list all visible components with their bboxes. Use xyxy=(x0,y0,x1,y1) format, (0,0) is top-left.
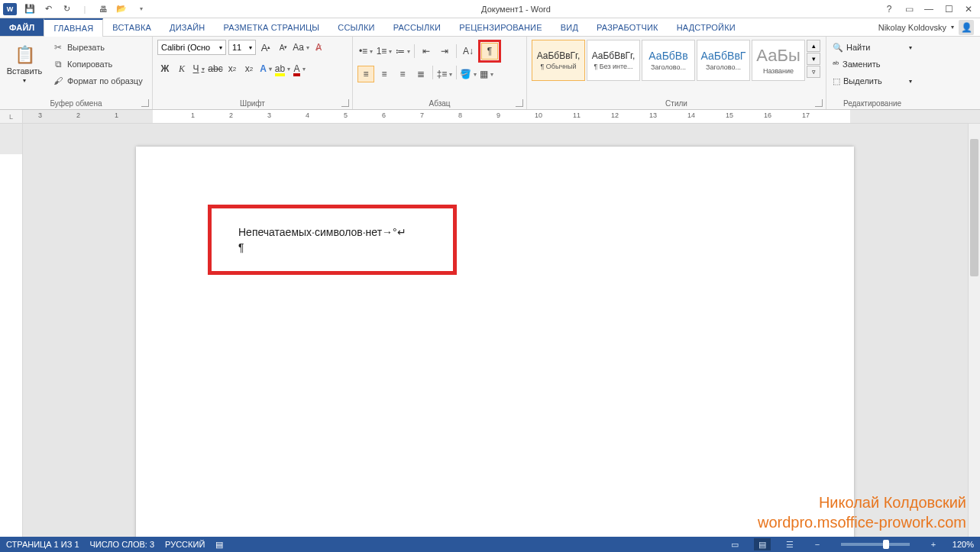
text-effects-button[interactable]: A xyxy=(258,61,273,76)
italic-button[interactable]: К xyxy=(174,61,189,76)
font-size-combo[interactable]: 11▾ xyxy=(228,40,256,55)
tab-home[interactable]: ГЛАВНАЯ xyxy=(44,18,103,37)
document-canvas[interactable]: Непечатаемых·символов·нет→°↵ ¶ xyxy=(23,124,980,540)
sort-button[interactable]: A↓ xyxy=(460,43,477,60)
save-icon[interactable]: 💾 xyxy=(23,2,37,16)
font-color-button[interactable]: A xyxy=(292,61,307,76)
status-page[interactable]: СТРАНИЦА 1 ИЗ 1 xyxy=(6,540,79,549)
clipboard-launcher[interactable] xyxy=(141,99,149,107)
redo-icon[interactable]: ↻ xyxy=(60,2,73,16)
tab-insert[interactable]: ВСТАВКА xyxy=(103,18,160,36)
show-hide-button[interactable]: ¶ xyxy=(481,43,498,60)
ruler-tick: 9 xyxy=(496,111,500,119)
ruler-tick: 14 xyxy=(687,111,695,119)
align-right-button[interactable]: ≡ xyxy=(394,66,411,82)
style-nospacing[interactable]: АаБбВвГг,¶ Без инте... xyxy=(587,40,640,81)
page[interactable]: Непечатаемых·символов·нет→°↵ ¶ xyxy=(136,147,854,540)
zoom-in-button[interactable]: + xyxy=(925,538,942,550)
borders-button[interactable]: ▦ xyxy=(478,66,495,82)
tab-design[interactable]: ДИЗАЙН xyxy=(160,18,214,36)
cut-button[interactable]: ✂Вырезать xyxy=(49,40,146,55)
document-text-line1[interactable]: Непечатаемых·символов·нет→°↵ xyxy=(238,226,406,238)
grow-font-button[interactable]: A▴ xyxy=(258,40,273,55)
underline-button[interactable]: Ч xyxy=(191,61,206,76)
status-words[interactable]: ЧИСЛО СЛОВ: 3 xyxy=(90,540,155,549)
style-heading2[interactable]: АаБбВвГЗаголово... xyxy=(697,40,750,81)
quick-print-icon[interactable]: 🖶 xyxy=(96,2,110,16)
group-font: Calibri (Осно▾ 11▾ A▴ A▾ Aa A̷ Ж К Ч abc… xyxy=(153,37,353,109)
account-menu[interactable]: Nikolay Koldovsky ▾ 👤 xyxy=(878,18,980,36)
change-case-button[interactable]: Aa xyxy=(293,40,309,55)
align-center-button[interactable]: ≡ xyxy=(376,66,393,82)
highlight-button[interactable]: ab xyxy=(275,61,290,76)
bullets-button[interactable]: •≡ xyxy=(357,43,374,60)
style-normal[interactable]: АаБбВвГг,¶ Обычный xyxy=(532,40,585,81)
clear-formatting-button[interactable]: A̷ xyxy=(311,40,326,55)
tab-addins[interactable]: НАДСТРОЙКИ xyxy=(668,18,745,36)
tab-review[interactable]: РЕЦЕНЗИРОВАНИЕ xyxy=(450,18,551,36)
help-icon[interactable]: ? xyxy=(882,2,896,16)
format-painter-button[interactable]: 🖌Формат по образцу xyxy=(49,73,146,89)
style-title[interactable]: АаБыНазвание xyxy=(752,40,805,81)
view-read-icon[interactable]: ▭ xyxy=(726,538,743,550)
status-language[interactable]: РУССКИЙ xyxy=(165,540,205,549)
maximize-icon[interactable]: ☐ xyxy=(942,2,956,16)
minimize-icon[interactable]: — xyxy=(922,2,936,16)
ruler-tick: 12 xyxy=(611,111,619,119)
justify-button[interactable]: ≣ xyxy=(412,66,429,82)
view-web-icon[interactable]: ☰ xyxy=(781,538,798,550)
tab-view[interactable]: ВИД xyxy=(551,18,587,36)
ruler-tick: 11 xyxy=(573,111,581,119)
align-left-button[interactable]: ≡ xyxy=(357,66,374,82)
scrollbar-thumb[interactable] xyxy=(970,139,978,276)
paragraph-launcher[interactable] xyxy=(516,99,523,107)
ribbon-display-icon[interactable]: ▭ xyxy=(902,2,916,16)
qat-customize-icon[interactable] xyxy=(133,2,147,16)
view-print-icon[interactable]: ▤ xyxy=(754,538,771,550)
styles-scroll[interactable]: ▴▾▿ xyxy=(807,40,820,78)
open-icon[interactable]: 📂 xyxy=(115,2,128,16)
font-launcher[interactable] xyxy=(341,99,349,107)
numbering-button[interactable]: 1≡ xyxy=(376,43,393,60)
increase-indent-button[interactable]: ⇥ xyxy=(436,43,453,60)
line-spacing-button[interactable]: ‡≡ xyxy=(436,66,453,82)
tab-mailings[interactable]: РАССЫЛКИ xyxy=(384,18,450,36)
tab-developer[interactable]: РАЗРАБОТЧИК xyxy=(587,18,668,36)
replace-button[interactable]: ᵃᵇЗаменить xyxy=(831,56,914,72)
tab-file[interactable]: ФАЙЛ xyxy=(0,18,44,36)
superscript-button[interactable]: x2 xyxy=(241,61,257,76)
find-button[interactable]: 🔍Найти▾ xyxy=(831,40,914,55)
style-heading1[interactable]: АаБбВвЗаголово... xyxy=(642,40,695,81)
select-button[interactable]: ⬚Выделить▾ xyxy=(831,73,914,89)
paste-button[interactable]: 📋 Вставить ▾ xyxy=(5,40,44,89)
styles-launcher[interactable] xyxy=(815,99,823,107)
multilevel-button[interactable]: ≔ xyxy=(394,43,411,60)
ruler-tick: 17 xyxy=(802,111,810,119)
strikethrough-button[interactable]: abc xyxy=(208,61,223,76)
bold-button[interactable]: Ж xyxy=(157,61,173,76)
document-pilcrow[interactable]: ¶ xyxy=(238,241,244,253)
ruler-tick: 10 xyxy=(535,111,542,119)
horizontal-ruler[interactable]: 3211234567891011121314151617 xyxy=(23,110,980,123)
tab-references[interactable]: ССЫЛКИ xyxy=(328,18,383,36)
status-macros-icon[interactable]: ▤ xyxy=(215,540,223,550)
shrink-font-button[interactable]: A▾ xyxy=(276,40,291,55)
group-font-label: Шрифт xyxy=(240,99,265,108)
zoom-out-button[interactable]: − xyxy=(809,538,826,550)
shading-button[interactable]: 🪣 xyxy=(460,66,477,82)
status-zoom[interactable]: 120% xyxy=(953,540,974,549)
group-styles: АаБбВвГг,¶ Обычный АаБбВвГг,¶ Без инте..… xyxy=(527,37,826,109)
zoom-slider-knob[interactable] xyxy=(883,540,889,549)
tab-pagelayout[interactable]: РАЗМЕТКА СТРАНИЦЫ xyxy=(214,18,328,36)
window-title: Документ1 - Word xyxy=(150,5,882,14)
copy-button[interactable]: ⧉Копировать xyxy=(49,56,146,72)
subscript-button[interactable]: x2 xyxy=(225,61,240,76)
zoom-slider[interactable] xyxy=(841,543,910,546)
group-styles-label: Стили xyxy=(665,99,687,108)
decrease-indent-button[interactable]: ⇤ xyxy=(418,43,435,60)
vertical-scrollbar[interactable] xyxy=(968,124,980,540)
undo-icon[interactable]: ↶ xyxy=(41,2,55,16)
close-icon[interactable]: ✕ xyxy=(962,2,975,16)
vertical-ruler[interactable] xyxy=(0,124,23,540)
font-name-combo[interactable]: Calibri (Осно▾ xyxy=(157,40,226,55)
